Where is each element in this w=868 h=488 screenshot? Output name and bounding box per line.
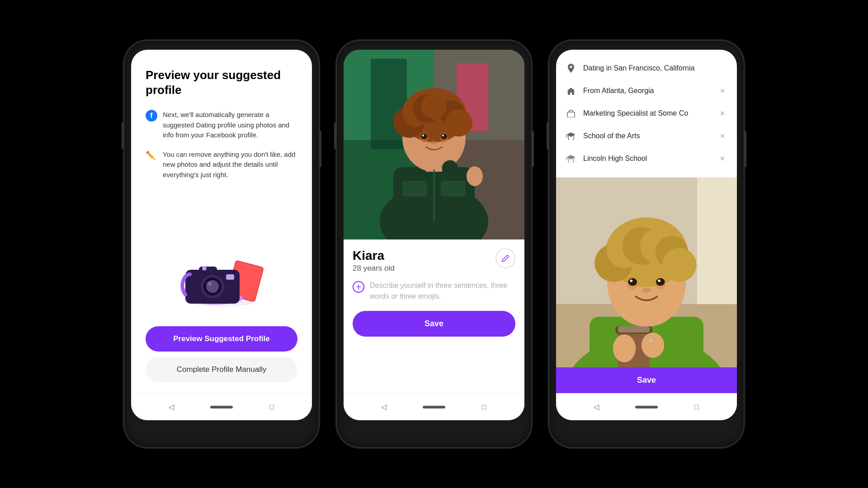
highschool-text: Lincoln High School [583,155,711,163]
info-item-location: Dating in San Francisco, California [556,57,737,80]
school-text: School of the Arts [583,132,711,140]
remove-hometown-button[interactable]: × [717,85,728,96]
phone-3-screen: Dating in San Francisco, California From… [556,50,737,420]
svg-point-59 [628,278,637,286]
svg-point-62 [658,279,660,282]
svg-point-67 [613,334,636,362]
svg-point-63 [642,288,651,293]
phone1-points: f Next, we'll automatically generate a s… [146,110,297,180]
profile-photo [344,50,524,239]
edit-pencil-icon [501,254,510,263]
home-icon [565,85,577,97]
work-text: Marketing Specialist at Some Co [583,109,711,117]
back-button-p2[interactable]: ◁ [378,402,389,413]
home-pill-p2[interactable] [423,406,445,408]
facebook-icon: f [146,110,157,122]
phone1-point-2: ✏️ You can remove anything you don't lik… [146,150,297,180]
svg-rect-66 [618,326,650,333]
svg-rect-40 [441,181,466,197]
svg-point-61 [630,279,633,282]
camera-illustration [146,249,297,308]
highschool-icon [565,153,577,164]
back-button-p3[interactable]: ◁ [591,402,602,413]
profile-photo-svg [344,50,524,239]
phone1-point-1: f Next, we'll automatically generate a s… [146,110,297,141]
svg-rect-10 [226,274,234,280]
phone-1-screen: Preview your suggested profile f Next, w… [131,50,312,420]
svg-point-32 [441,134,447,139]
svg-point-11 [202,266,207,271]
add-description-icon[interactable]: + [353,281,364,293]
home-pill-p3[interactable] [635,406,658,408]
preview-suggested-profile-button[interactable]: Preview Suggested Profile [146,326,297,352]
svg-rect-39 [402,181,427,197]
hometown-text: From Atlanta, Georgia [583,87,711,95]
school-icon [565,130,577,142]
recents-button[interactable]: □ [266,402,277,413]
svg-rect-69 [649,339,653,342]
svg-point-8 [206,280,219,293]
work-icon [565,108,577,119]
svg-point-56 [662,248,697,282]
location-icon [565,62,577,74]
remove-highschool-button[interactable]: × [717,153,728,164]
second-profile-photo [556,178,737,367]
save-button-phone2[interactable]: Save [353,311,515,337]
svg-point-33 [422,135,424,136]
phone-1: Preview your suggested profile f Next, w… [124,41,319,447]
svg-point-34 [442,135,444,136]
phone3-content: Dating in San Francisco, California From… [556,50,737,393]
recents-button-p3[interactable]: □ [691,402,702,413]
svg-point-60 [656,278,665,286]
phone1-point2-text: You can remove anything you don't like, … [163,150,297,180]
phone1-title: Preview your suggested profile [146,68,297,97]
info-item-highschool: Lincoln High School × [556,147,737,170]
svg-point-27 [445,109,472,136]
svg-rect-5 [199,267,217,274]
profile-name-row: Kiara 28 years old [353,249,515,273]
complete-profile-manually-button[interactable]: Complete Profile Manually [146,357,297,382]
svg-rect-44 [697,178,737,304]
recents-button-p2[interactable]: □ [479,402,490,413]
svg-point-31 [421,134,427,139]
phone2-nav: ◁ □ [344,393,524,420]
svg-point-37 [467,166,483,186]
location-text: Dating in San Francisco, California [583,64,728,72]
info-list: Dating in San Francisco, California From… [556,50,737,178]
phone1-point1-text: Next, we'll automatically generate a sug… [163,110,297,141]
phone1-nav: ◁ □ [131,393,312,420]
info-item-school: School of the Arts × [556,125,737,147]
edit-profile-button[interactable] [495,249,515,268]
home-pill[interactable] [210,406,233,408]
phone-2-screen: Kiara 28 years old + Describe yourself i… [344,50,524,420]
remove-school-button[interactable]: × [717,131,728,141]
describe-row: + Describe yourself in three sentences, … [353,280,515,302]
describe-placeholder-text: Describe yourself in three sentences, th… [370,280,515,302]
photo2-svg [556,178,737,367]
pencil-icon: ✏️ [146,150,157,161]
profile-age: 28 years old [353,264,395,273]
phone-3: Dating in San Francisco, California From… [549,41,744,447]
info-item-work: Marketing Specialist at Some Co × [556,102,737,125]
info-item-hometown: From Atlanta, Georgia × [556,80,737,102]
svg-point-28 [421,94,447,119]
profile-name: Kiara [353,249,395,263]
back-button[interactable]: ◁ [166,402,177,413]
profile-name-age: Kiara 28 years old [353,249,395,273]
phone3-nav: ◁ □ [556,393,737,420]
profile-info-card: Kiara 28 years old + Describe yourself i… [344,239,524,393]
svg-rect-41 [567,112,575,117]
save-button-phone3[interactable]: Save [556,367,737,393]
camera-svg [176,249,267,308]
svg-point-68 [642,333,664,358]
svg-point-9 [208,282,212,286]
phones-container: Preview your suggested profile f Next, w… [0,0,868,488]
remove-work-button[interactable]: × [717,108,728,119]
phone-2: Kiara 28 years old + Describe yourself i… [337,41,531,447]
phone1-content: Preview your suggested profile f Next, w… [131,50,312,393]
svg-point-35 [430,140,438,145]
